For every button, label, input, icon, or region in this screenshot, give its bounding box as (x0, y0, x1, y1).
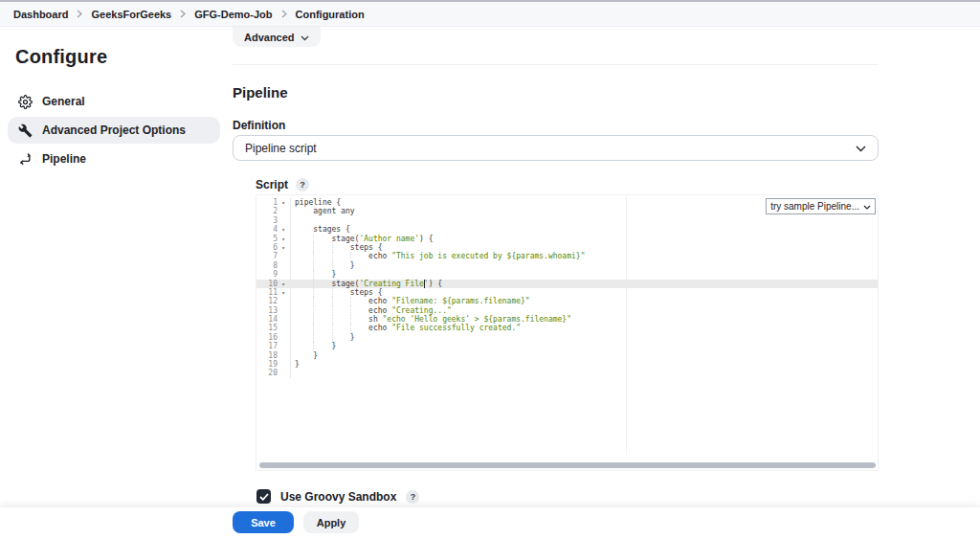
code-line[interactable]: 6▾ steps { (256, 243, 878, 252)
code-line[interactable]: 12 echo "Filename: ${params.filename}" (256, 297, 878, 305)
code-line[interactable]: 19} (256, 360, 878, 369)
sample-pipeline-select[interactable]: try sample Pipeline... (766, 198, 876, 214)
code-line[interactable]: 3 (256, 216, 878, 225)
line-number: 19 (256, 360, 278, 369)
chevron-right-icon (281, 10, 287, 18)
code-line[interactable]: 7 echo "This job is executed by ${params… (256, 252, 878, 260)
indent-guide (332, 261, 333, 270)
line-number: 12 (256, 297, 278, 305)
line-number: 3 (256, 216, 278, 225)
code-text: } (291, 360, 300, 369)
code-text: } (291, 342, 336, 350)
line-gutter: 15 (256, 324, 291, 332)
code-text: } (291, 351, 318, 360)
code-line[interactable]: 9 } (256, 270, 878, 279)
script-help-icon[interactable]: ? (296, 178, 309, 191)
breadcrumb-item[interactable]: GFG-Demo-Job (194, 9, 272, 20)
indent-guide (350, 324, 351, 332)
code-line[interactable]: 15 echo "File successfully created." (256, 324, 878, 332)
sidebar-item-label: Pipeline (42, 152, 86, 166)
indent-guide (313, 280, 314, 288)
script-label: Script (256, 178, 288, 191)
apply-button[interactable]: Apply (303, 511, 359, 533)
line-number: 8 (256, 261, 278, 270)
advanced-button[interactable]: Advanced (233, 27, 321, 47)
code-line[interactable]: 13 echo "Creating..." (256, 306, 878, 315)
indent-guide (350, 315, 351, 324)
pipeline-script-editor[interactable]: 1▾pipeline {2 agent any34▾ stages {5▾ st… (256, 194, 879, 471)
groovy-sandbox-row: Use Groovy Sandbox ? (256, 489, 419, 504)
code-line[interactable]: 16 } (256, 333, 878, 342)
code-line[interactable]: 8 } (256, 261, 878, 270)
line-gutter: 14 (256, 315, 291, 324)
editor-horizontal-scrollbar[interactable] (259, 462, 876, 468)
sidebar-item-general[interactable]: General (8, 88, 220, 115)
chevron-right-icon (180, 10, 186, 18)
fold-arrow-icon[interactable]: ▾ (278, 235, 289, 243)
breadcrumb-item[interactable]: Dashboard (13, 9, 68, 20)
line-number: 2 (256, 207, 278, 215)
indent-guide (313, 270, 314, 279)
code-line[interactable]: 11▾ steps { (256, 288, 878, 297)
fold-arrow-icon[interactable]: ▾ (278, 280, 289, 288)
sandbox-help-icon[interactable]: ? (406, 490, 419, 504)
code-text: stage('Author name') { (291, 235, 434, 243)
fold-arrow-icon (278, 270, 289, 279)
code-text: steps { (291, 243, 383, 252)
line-gutter: 13 (256, 306, 291, 315)
line-number: 6 (256, 243, 278, 252)
fold-arrow-icon (278, 315, 289, 324)
line-gutter: 18 (256, 351, 291, 360)
line-gutter: 11▾ (256, 288, 291, 297)
fold-arrow-icon (278, 342, 289, 350)
line-gutter: 8 (256, 261, 291, 270)
breadcrumb-item[interactable]: GeeksForGeeks (91, 9, 171, 20)
code-line[interactable]: 5▾ stage('Author name') { (256, 235, 878, 243)
fold-arrow-icon (278, 252, 289, 260)
definition-select[interactable]: Pipeline script (233, 135, 879, 161)
check-icon (259, 493, 269, 501)
sidebar-item-advanced-project-options[interactable]: Advanced Project Options (8, 117, 220, 144)
indent-guide (332, 243, 333, 252)
definition-select-value: Pipeline script (245, 142, 317, 155)
code-line[interactable]: 10▾ stage('Creating File') { (256, 280, 878, 288)
line-gutter: 16 (256, 333, 291, 342)
indent-guide (350, 252, 351, 260)
line-gutter: 10▾ (256, 280, 291, 288)
fold-arrow-icon[interactable]: ▾ (278, 243, 289, 252)
code-text: } (291, 333, 355, 342)
breadcrumb-item[interactable]: Configuration (296, 9, 365, 20)
indent-guide (313, 342, 314, 350)
line-number: 14 (256, 315, 278, 324)
code-line[interactable]: 4▾ stages { (256, 225, 878, 234)
indent-guide (313, 243, 314, 252)
fold-arrow-icon[interactable]: ▾ (278, 198, 289, 207)
fold-arrow-icon (278, 306, 289, 315)
code-line[interactable]: 18 } (256, 351, 878, 360)
line-number: 4 (256, 225, 278, 234)
fold-arrow-icon[interactable]: ▾ (278, 288, 289, 297)
save-button[interactable]: Save (233, 511, 294, 533)
code-text: echo "Creating..." (291, 306, 452, 315)
code-text: } (291, 261, 355, 270)
line-gutter: 17 (256, 342, 291, 350)
code-text: echo "This job is executed by ${params.w… (291, 252, 585, 260)
code-text: agent any (291, 207, 355, 215)
line-number: 17 (256, 342, 278, 350)
groovy-sandbox-checkbox[interactable] (256, 489, 271, 504)
pipeline-icon (17, 151, 33, 167)
breadcrumb: DashboardGeeksForGeeksGFG-Demo-JobConfig… (0, 2, 980, 27)
line-number: 20 (256, 369, 278, 377)
fold-arrow-icon[interactable]: ▾ (278, 225, 289, 234)
code-lines: 1▾pipeline {2 agent any34▾ stages {5▾ st… (256, 198, 878, 378)
indent-guide (313, 324, 314, 332)
code-line[interactable]: 14 sh "echo 'Hello geeks' > ${params.fil… (256, 315, 878, 324)
indent-guide (332, 306, 333, 315)
code-text: steps { (291, 288, 383, 297)
code-line[interactable]: 17 } (256, 342, 878, 350)
fold-arrow-icon (278, 216, 289, 225)
code-line[interactable]: 20 (256, 369, 878, 377)
sidebar-item-pipeline[interactable]: Pipeline (8, 146, 220, 172)
sidebar-item-label: Advanced Project Options (42, 124, 186, 137)
footer-bar (0, 507, 980, 539)
